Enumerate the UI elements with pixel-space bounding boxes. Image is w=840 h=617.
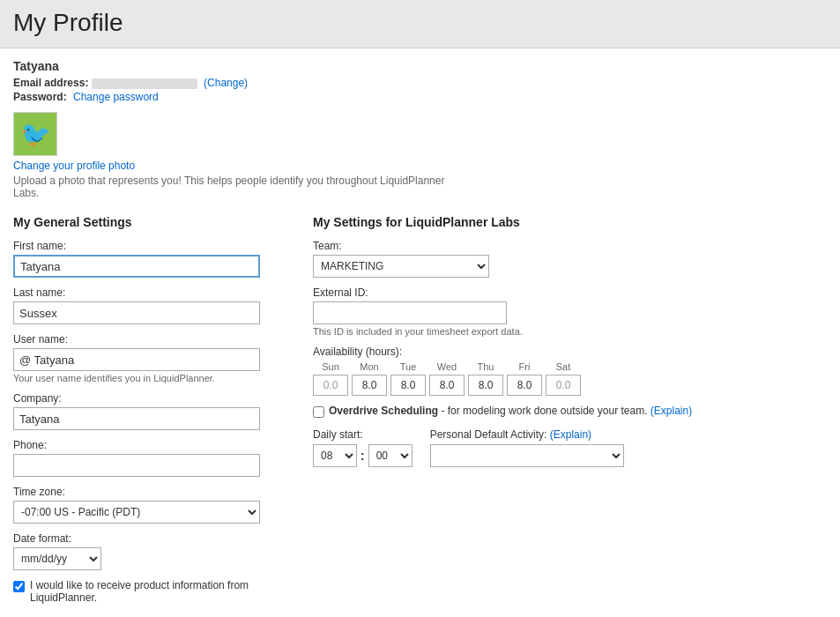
first-name-label: First name: — [13, 240, 278, 252]
user-name: Tatyana — [13, 59, 827, 73]
phone-input[interactable] — [13, 454, 260, 477]
first-name-input[interactable] — [13, 255, 260, 278]
avail-input-mon[interactable] — [352, 375, 387, 396]
password-label: Password: — [13, 91, 67, 103]
external-id-input[interactable] — [313, 301, 507, 324]
avail-input-sun[interactable] — [313, 375, 348, 396]
availability-section: Availability (hours): Sun Mon Tue — [313, 346, 827, 396]
email-change-link[interactable]: (Change) — [204, 77, 248, 89]
date-format-group: Date format: mm/dd/yy dd/mm/yy yy/mm/dd — [13, 532, 278, 570]
avail-col-wed: Wed — [429, 361, 465, 396]
phone-label: Phone: — [13, 439, 278, 451]
avail-col-fri: Fri — [507, 361, 542, 396]
email-line: Email address: (Change) — [13, 77, 827, 89]
avail-col-thu: Thu — [468, 361, 503, 396]
avail-day-sun: Sun — [322, 361, 339, 372]
overdrive-checkbox[interactable] — [313, 406, 324, 418]
date-format-label: Date format: — [13, 532, 278, 545]
profile-photo: 🐦 — [13, 112, 57, 156]
avail-col-mon: Mon — [352, 361, 387, 396]
avail-col-sat: Sat — [546, 361, 581, 396]
avail-input-wed[interactable] — [429, 375, 465, 396]
daily-start-section: Daily start: 06 07 08 09 10 : 00 15 — [313, 428, 413, 467]
last-name-group: Last name: — [13, 286, 278, 324]
photo-description: Upload a photo that represents you! This… — [13, 175, 454, 199]
avail-day-sat: Sat — [556, 361, 571, 372]
date-format-select[interactable]: mm/dd/yy dd/mm/yy yy/mm/dd — [13, 547, 101, 570]
newsletter-label: I would like to receive product informat… — [30, 579, 278, 604]
availability-label: Availability (hours): — [313, 346, 827, 358]
avail-input-thu[interactable] — [468, 375, 503, 396]
company-group: Company: — [13, 392, 278, 430]
bird-icon: 🐦 — [20, 120, 51, 149]
daily-start-inputs: 06 07 08 09 10 : 00 15 30 45 — [313, 444, 413, 467]
overdrive-container: Overdrive Scheduling - for modeling work… — [313, 405, 827, 418]
last-name-label: Last name: — [13, 286, 278, 299]
email-label: Email address: — [13, 77, 88, 89]
timezone-group: Time zone: -07:00 US - Pacific (PDT) -08… — [13, 486, 278, 524]
team-select[interactable]: MARKETING ENGINEERING DESIGN SALES — [313, 255, 489, 278]
first-name-group: First name: — [13, 240, 278, 278]
change-password-link[interactable]: Change password — [73, 91, 159, 103]
company-input[interactable] — [13, 407, 260, 430]
avail-day-wed: Wed — [437, 361, 457, 372]
avail-day-fri: Fri — [519, 361, 531, 372]
avail-input-fri[interactable] — [507, 375, 542, 396]
team-label: Team: — [313, 240, 827, 252]
time-separator: : — [361, 449, 365, 463]
company-label: Company: — [13, 392, 278, 405]
external-id-group: External ID: This ID is included in your… — [313, 286, 827, 337]
page-header: My Profile — [0, 0, 840, 48]
general-settings-title: My General Settings — [13, 215, 278, 229]
default-activity-section: Personal Default Activity: (Explain) Dev… — [430, 428, 624, 467]
availability-grid: Sun Mon Tue Wed — [313, 361, 827, 396]
daily-start-minute-select[interactable]: 00 15 30 45 — [368, 444, 413, 467]
daily-start-label: Daily start: — [313, 428, 413, 441]
daily-start-row: Daily start: 06 07 08 09 10 : 00 15 — [313, 428, 827, 467]
page-content: Tatyana Email address: (Change) Password… — [0, 48, 840, 617]
avail-day-tue: Tue — [400, 361, 417, 372]
team-group: Team: MARKETING ENGINEERING DESIGN SALES — [313, 240, 827, 278]
default-activity-label-text: Personal Default Activity: — [430, 428, 547, 441]
timezone-label: Time zone: — [13, 486, 278, 498]
avail-day-thu: Thu — [478, 361, 494, 372]
overdrive-explain-link[interactable]: (Explain) — [650, 405, 692, 417]
username-group: User name: Your user name identifies you… — [13, 333, 278, 383]
email-value-masked — [92, 78, 197, 89]
lp-settings-panel: My Settings for LiquidPlanner Labs Team:… — [313, 215, 827, 604]
newsletter-group: I would like to receive product informat… — [13, 579, 278, 604]
default-activity-label: Personal Default Activity: (Explain) — [430, 428, 624, 441]
lp-settings-title: My Settings for LiquidPlanner Labs — [313, 215, 827, 229]
username-hint: Your user name identifies you in LiquidP… — [13, 373, 278, 383]
avail-col-sun: Sun — [313, 361, 348, 396]
password-line: Password: Change password — [13, 91, 827, 103]
username-label: User name: — [13, 333, 278, 346]
avail-input-sat[interactable] — [546, 375, 581, 396]
change-photo-link[interactable]: Change your profile photo — [13, 160, 827, 172]
timezone-select[interactable]: -07:00 US - Pacific (PDT) -08:00 US - Pa… — [13, 501, 260, 524]
overdrive-label-main: Overdrive Scheduling — [329, 405, 438, 417]
avail-day-mon: Mon — [360, 361, 378, 372]
profile-photo-container: 🐦 — [13, 112, 827, 156]
general-settings-panel: My General Settings First name: Last nam… — [13, 215, 278, 604]
newsletter-checkbox[interactable] — [13, 581, 25, 592]
settings-container: My General Settings First name: Last nam… — [13, 215, 827, 604]
overdrive-suffix: - for modeling work done outside your te… — [441, 405, 647, 417]
phone-group: Phone: — [13, 439, 278, 477]
external-id-hint: This ID is included in your timesheet ex… — [313, 326, 827, 337]
avail-input-tue[interactable] — [390, 375, 426, 396]
default-activity-explain-link[interactable]: (Explain) — [550, 428, 591, 441]
overdrive-label: Overdrive Scheduling - for modeling work… — [329, 405, 692, 417]
daily-start-hour-select[interactable]: 06 07 08 09 10 — [313, 444, 357, 467]
username-input[interactable] — [13, 348, 260, 371]
last-name-input[interactable] — [13, 301, 260, 324]
default-activity-select[interactable]: Development Design Testing Management — [430, 444, 624, 467]
page-title: My Profile — [13, 9, 827, 37]
external-id-label: External ID: — [313, 286, 827, 299]
avail-col-tue: Tue — [390, 361, 426, 396]
